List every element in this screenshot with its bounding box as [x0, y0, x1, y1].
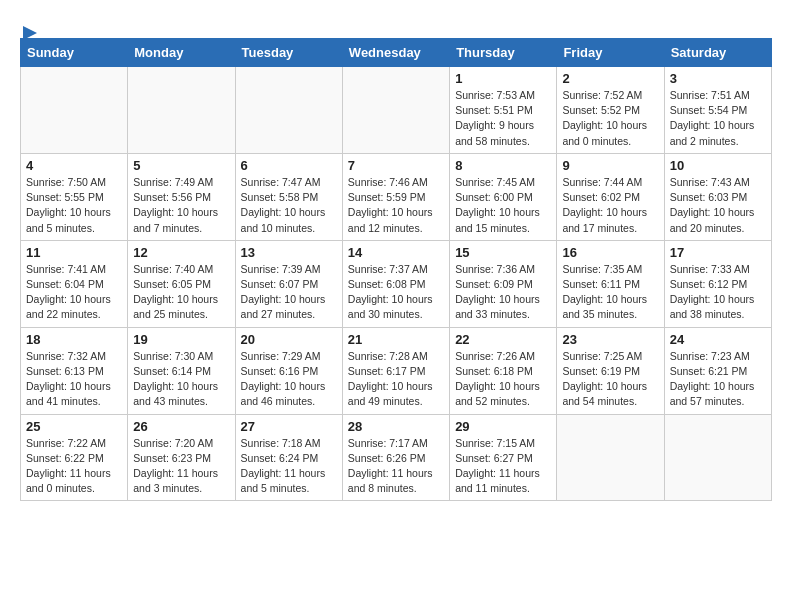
day-number: 7 — [348, 158, 444, 173]
logo — [20, 24, 40, 38]
day-info: Sunrise: 7:44 AMSunset: 6:02 PMDaylight:… — [562, 175, 658, 236]
day-info: Sunrise: 7:29 AMSunset: 6:16 PMDaylight:… — [241, 349, 337, 410]
day-info: Sunrise: 7:45 AMSunset: 6:00 PMDaylight:… — [455, 175, 551, 236]
calendar-day-cell: 29Sunrise: 7:15 AMSunset: 6:27 PMDayligh… — [450, 414, 557, 501]
svg-marker-0 — [23, 26, 37, 40]
day-number: 13 — [241, 245, 337, 260]
calendar-day-cell: 20Sunrise: 7:29 AMSunset: 6:16 PMDayligh… — [235, 327, 342, 414]
day-number: 20 — [241, 332, 337, 347]
calendar-day-cell: 13Sunrise: 7:39 AMSunset: 6:07 PMDayligh… — [235, 240, 342, 327]
day-info: Sunrise: 7:47 AMSunset: 5:58 PMDaylight:… — [241, 175, 337, 236]
calendar-day-cell — [21, 67, 128, 154]
day-number: 11 — [26, 245, 122, 260]
day-number: 6 — [241, 158, 337, 173]
day-info: Sunrise: 7:15 AMSunset: 6:27 PMDaylight:… — [455, 436, 551, 497]
day-number: 10 — [670, 158, 766, 173]
calendar-day-cell: 11Sunrise: 7:41 AMSunset: 6:04 PMDayligh… — [21, 240, 128, 327]
weekday-header: Sunday — [21, 39, 128, 67]
day-number: 23 — [562, 332, 658, 347]
day-info: Sunrise: 7:52 AMSunset: 5:52 PMDaylight:… — [562, 88, 658, 149]
day-number: 12 — [133, 245, 229, 260]
logo-arrow-icon — [21, 24, 39, 42]
calendar-day-cell: 17Sunrise: 7:33 AMSunset: 6:12 PMDayligh… — [664, 240, 771, 327]
day-number: 18 — [26, 332, 122, 347]
calendar-week-row: 4Sunrise: 7:50 AMSunset: 5:55 PMDaylight… — [21, 153, 772, 240]
day-info: Sunrise: 7:22 AMSunset: 6:22 PMDaylight:… — [26, 436, 122, 497]
calendar-day-cell: 24Sunrise: 7:23 AMSunset: 6:21 PMDayligh… — [664, 327, 771, 414]
calendar-day-cell: 3Sunrise: 7:51 AMSunset: 5:54 PMDaylight… — [664, 67, 771, 154]
day-info: Sunrise: 7:28 AMSunset: 6:17 PMDaylight:… — [348, 349, 444, 410]
day-number: 25 — [26, 419, 122, 434]
day-number: 15 — [455, 245, 551, 260]
day-number: 14 — [348, 245, 444, 260]
calendar-week-row: 11Sunrise: 7:41 AMSunset: 6:04 PMDayligh… — [21, 240, 772, 327]
weekday-header: Tuesday — [235, 39, 342, 67]
calendar-day-cell: 12Sunrise: 7:40 AMSunset: 6:05 PMDayligh… — [128, 240, 235, 327]
calendar-day-cell — [128, 67, 235, 154]
calendar-day-cell: 5Sunrise: 7:49 AMSunset: 5:56 PMDaylight… — [128, 153, 235, 240]
calendar-day-cell: 6Sunrise: 7:47 AMSunset: 5:58 PMDaylight… — [235, 153, 342, 240]
calendar-day-cell: 26Sunrise: 7:20 AMSunset: 6:23 PMDayligh… — [128, 414, 235, 501]
day-number: 19 — [133, 332, 229, 347]
day-number: 26 — [133, 419, 229, 434]
day-info: Sunrise: 7:51 AMSunset: 5:54 PMDaylight:… — [670, 88, 766, 149]
day-info: Sunrise: 7:30 AMSunset: 6:14 PMDaylight:… — [133, 349, 229, 410]
day-info: Sunrise: 7:32 AMSunset: 6:13 PMDaylight:… — [26, 349, 122, 410]
day-info: Sunrise: 7:46 AMSunset: 5:59 PMDaylight:… — [348, 175, 444, 236]
day-number: 1 — [455, 71, 551, 86]
weekday-header: Friday — [557, 39, 664, 67]
calendar-day-cell: 18Sunrise: 7:32 AMSunset: 6:13 PMDayligh… — [21, 327, 128, 414]
calendar-table: SundayMondayTuesdayWednesdayThursdayFrid… — [20, 38, 772, 501]
calendar-header-row: SundayMondayTuesdayWednesdayThursdayFrid… — [21, 39, 772, 67]
day-number: 17 — [670, 245, 766, 260]
calendar-week-row: 1Sunrise: 7:53 AMSunset: 5:51 PMDaylight… — [21, 67, 772, 154]
day-info: Sunrise: 7:50 AMSunset: 5:55 PMDaylight:… — [26, 175, 122, 236]
calendar-day-cell: 28Sunrise: 7:17 AMSunset: 6:26 PMDayligh… — [342, 414, 449, 501]
calendar-week-row: 25Sunrise: 7:22 AMSunset: 6:22 PMDayligh… — [21, 414, 772, 501]
day-number: 2 — [562, 71, 658, 86]
day-info: Sunrise: 7:41 AMSunset: 6:04 PMDaylight:… — [26, 262, 122, 323]
day-info: Sunrise: 7:23 AMSunset: 6:21 PMDaylight:… — [670, 349, 766, 410]
day-number: 29 — [455, 419, 551, 434]
calendar-day-cell: 10Sunrise: 7:43 AMSunset: 6:03 PMDayligh… — [664, 153, 771, 240]
day-number: 9 — [562, 158, 658, 173]
day-info: Sunrise: 7:43 AMSunset: 6:03 PMDaylight:… — [670, 175, 766, 236]
day-info: Sunrise: 7:39 AMSunset: 6:07 PMDaylight:… — [241, 262, 337, 323]
day-info: Sunrise: 7:25 AMSunset: 6:19 PMDaylight:… — [562, 349, 658, 410]
day-number: 28 — [348, 419, 444, 434]
calendar-day-cell: 25Sunrise: 7:22 AMSunset: 6:22 PMDayligh… — [21, 414, 128, 501]
day-number: 22 — [455, 332, 551, 347]
day-info: Sunrise: 7:35 AMSunset: 6:11 PMDaylight:… — [562, 262, 658, 323]
calendar-day-cell: 8Sunrise: 7:45 AMSunset: 6:00 PMDaylight… — [450, 153, 557, 240]
day-info: Sunrise: 7:26 AMSunset: 6:18 PMDaylight:… — [455, 349, 551, 410]
calendar-day-cell: 19Sunrise: 7:30 AMSunset: 6:14 PMDayligh… — [128, 327, 235, 414]
calendar-day-cell: 4Sunrise: 7:50 AMSunset: 5:55 PMDaylight… — [21, 153, 128, 240]
weekday-header: Thursday — [450, 39, 557, 67]
day-number: 27 — [241, 419, 337, 434]
day-number: 3 — [670, 71, 766, 86]
calendar-day-cell: 7Sunrise: 7:46 AMSunset: 5:59 PMDaylight… — [342, 153, 449, 240]
calendar-day-cell: 15Sunrise: 7:36 AMSunset: 6:09 PMDayligh… — [450, 240, 557, 327]
calendar-day-cell — [664, 414, 771, 501]
day-number: 5 — [133, 158, 229, 173]
calendar-day-cell: 27Sunrise: 7:18 AMSunset: 6:24 PMDayligh… — [235, 414, 342, 501]
weekday-header: Monday — [128, 39, 235, 67]
weekday-header: Wednesday — [342, 39, 449, 67]
day-number: 21 — [348, 332, 444, 347]
calendar-day-cell — [342, 67, 449, 154]
day-info: Sunrise: 7:37 AMSunset: 6:08 PMDaylight:… — [348, 262, 444, 323]
day-info: Sunrise: 7:53 AMSunset: 5:51 PMDaylight:… — [455, 88, 551, 149]
day-info: Sunrise: 7:36 AMSunset: 6:09 PMDaylight:… — [455, 262, 551, 323]
calendar-day-cell: 21Sunrise: 7:28 AMSunset: 6:17 PMDayligh… — [342, 327, 449, 414]
calendar-day-cell — [235, 67, 342, 154]
day-info: Sunrise: 7:49 AMSunset: 5:56 PMDaylight:… — [133, 175, 229, 236]
calendar-day-cell: 9Sunrise: 7:44 AMSunset: 6:02 PMDaylight… — [557, 153, 664, 240]
day-info: Sunrise: 7:17 AMSunset: 6:26 PMDaylight:… — [348, 436, 444, 497]
calendar-day-cell: 22Sunrise: 7:26 AMSunset: 6:18 PMDayligh… — [450, 327, 557, 414]
day-info: Sunrise: 7:20 AMSunset: 6:23 PMDaylight:… — [133, 436, 229, 497]
day-info: Sunrise: 7:40 AMSunset: 6:05 PMDaylight:… — [133, 262, 229, 323]
weekday-header: Saturday — [664, 39, 771, 67]
day-info: Sunrise: 7:33 AMSunset: 6:12 PMDaylight:… — [670, 262, 766, 323]
calendar-week-row: 18Sunrise: 7:32 AMSunset: 6:13 PMDayligh… — [21, 327, 772, 414]
day-number: 8 — [455, 158, 551, 173]
